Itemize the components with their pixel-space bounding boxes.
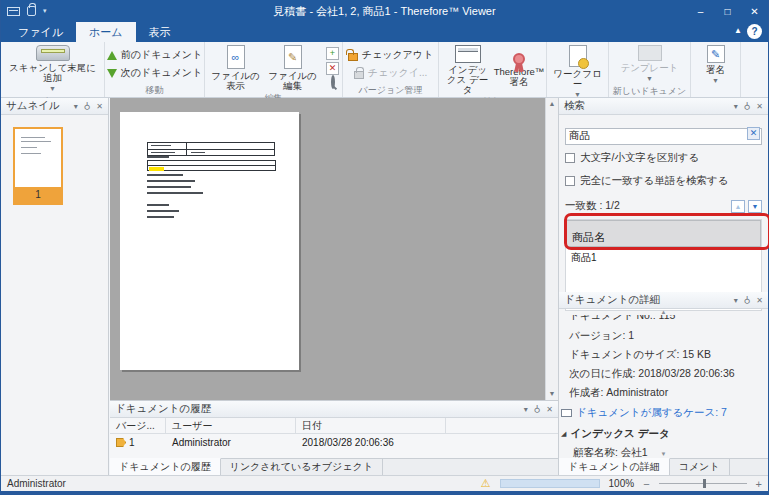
col-date[interactable]: 日付 <box>296 418 446 433</box>
help-icon[interactable]: ? <box>747 24 762 39</box>
thumbnail-preview <box>15 129 61 187</box>
scroll-up-icon[interactable]: ▲ <box>546 98 558 110</box>
details-panel-header: ドキュメントの詳細 ▾ ⚲ ✕ <box>559 292 768 309</box>
doc-table-2 <box>147 160 276 171</box>
chevron-down-icon[interactable]: ▾ <box>734 102 738 111</box>
index-data-header[interactable]: ◢ インデックス データ <box>559 427 768 441</box>
zoom-in-button[interactable]: + <box>756 478 762 490</box>
checkout-button[interactable]: チェックアウト <box>348 48 434 62</box>
history-row[interactable]: 1 Administrator 2018/03/28 20:06:36 <box>110 434 558 451</box>
close-icon[interactable]: ✕ <box>756 296 763 305</box>
tab-view[interactable]: 表示 <box>136 22 184 42</box>
ribbon-collapse-icon[interactable]: ▲ <box>734 26 742 35</box>
card-icon[interactable] <box>7 7 20 16</box>
thumbnail-page-1[interactable]: 1 <box>13 127 63 205</box>
chevron-down-icon[interactable]: ▾ <box>524 405 528 414</box>
details-content: ▲ ドキュメント No.: 115 バージョン: 1 ドキュメントのサイズ: 1… <box>559 309 768 458</box>
warning-icon[interactable]: ⚠ <box>481 477 491 490</box>
group-label-newdoc: 新しいドキュメント <box>609 85 690 98</box>
qat-dropdown-icon[interactable]: ▾ <box>43 7 47 15</box>
tab-file[interactable]: ファイル <box>5 22 76 42</box>
pin-icon[interactable]: ⚲ <box>744 295 751 305</box>
checkbox-icon[interactable] <box>565 153 575 163</box>
pin-icon[interactable]: ⚲ <box>744 101 751 111</box>
expander-icon[interactable]: ◢ <box>561 430 566 438</box>
match-count-label: 一致数 : 1/2 <box>565 199 620 213</box>
history-panel-header: ドキュメントの履歴 ▾ ⚲ ✕ <box>110 401 558 418</box>
index-data-button[interactable]: インデックス データ <box>442 44 493 96</box>
close-icon[interactable]: ✕ <box>96 102 103 111</box>
prev-document-button[interactable]: 前のドキュメント <box>107 48 203 62</box>
detail-version: バージョン: 1 <box>559 329 768 343</box>
next-match-button[interactable]: ▼ <box>748 200 762 213</box>
detail-author: 作成者: Administrator <box>559 386 768 400</box>
add-page-icon[interactable]: + <box>326 47 339 60</box>
search-highlight <box>149 167 164 171</box>
view-file-button[interactable]: ∞ ファイルの表示 <box>208 44 263 92</box>
pin-icon[interactable]: ⚲ <box>534 404 541 414</box>
search-panel-header: 検索 ▾ ⚲ ✕ <box>559 98 768 115</box>
tab-document-history[interactable]: ドキュメントの履歴 <box>110 458 221 475</box>
status-bar: Administrator ⚠ 100% − + <box>1 475 768 491</box>
detail-size: ドキュメントのサイズ: 15 KB <box>559 348 768 362</box>
tab-home[interactable]: ホーム <box>76 22 136 42</box>
checkbox-icon[interactable] <box>565 176 575 186</box>
prev-match-button[interactable]: ▲ <box>731 200 745 213</box>
close-icon[interactable]: ✕ <box>756 102 763 111</box>
down-triangle-icon <box>107 69 117 78</box>
right-panel: 検索 ▾ ⚲ ✕ ✕ 大文字/小文字を区別する 完全に一致する単語を検索する 一… <box>558 98 768 475</box>
scroll-down-icon[interactable]: ▼ <box>559 451 768 457</box>
clear-search-icon[interactable]: ✕ <box>747 127 760 140</box>
ribbon-group-scan: スキャンして末尾に追加 ▼ スキャン <box>1 42 105 97</box>
ribbon-group-version: チェックアウト チェックイ... バージョン管理 <box>343 42 439 97</box>
therefore-signature-button[interactable]: Therefore™ 署名 <box>495 52 543 88</box>
details-bottom-tabs: ドキュメントの詳細 コメント <box>559 458 768 475</box>
lock-icon[interactable] <box>27 6 36 16</box>
ribbon-tab-row: ファイル ホーム 表示 <box>1 22 768 42</box>
tab-linked-objects[interactable]: リンクされているオブジェクト <box>221 459 383 475</box>
option-case-sensitive[interactable]: 大文字/小文字を区別する <box>565 151 762 165</box>
tab-comments[interactable]: コメント <box>670 459 730 475</box>
ribbon-group-info: インデックス データ Therefore™ 署名 情報 <box>439 42 547 97</box>
zoom-slider[interactable] <box>659 478 747 489</box>
result-item-selected[interactable]: 商品名 <box>566 220 761 247</box>
workflow-button[interactable]: ワークフロー ▼ <box>550 44 605 101</box>
chevron-down-icon: ▼ <box>646 74 653 84</box>
option-whole-word[interactable]: 完全に一致する単語を検索する <box>565 174 762 188</box>
scroll-down-icon[interactable]: ▼ <box>546 388 558 400</box>
doc-table-1 <box>147 142 275 156</box>
minimize-button[interactable]: – <box>687 0 714 22</box>
app-window: ▾ 見積書 - 会社1, 2, 商品1 - Therefore™ Viewer … <box>0 0 769 495</box>
index-data-icon <box>455 45 481 63</box>
col-version[interactable]: バージ... <box>110 418 166 433</box>
document-scrollbar[interactable]: ▲ ▼ <box>545 98 558 400</box>
close-icon[interactable]: ✕ <box>546 405 553 414</box>
zoom-out-button[interactable]: − <box>643 478 649 490</box>
delete-page-icon[interactable]: ✕ <box>326 62 339 75</box>
scan-append-button[interactable]: スキャンして末尾に追加 ▼ <box>4 44 101 95</box>
version-tag-icon <box>116 438 126 447</box>
case-link[interactable]: ドキュメントが属するケース: 7 <box>559 406 768 420</box>
title-bar: ▾ 見積書 - 会社1, 2, 商品1 - Therefore™ Viewer … <box>1 0 768 22</box>
maximize-button[interactable]: □ <box>714 0 741 22</box>
edit-file-icon: ✎ <box>284 45 302 69</box>
zoom-icon[interactable] <box>326 77 339 90</box>
search-input[interactable] <box>565 128 762 145</box>
tab-document-details[interactable]: ドキュメントの詳細 <box>559 458 670 475</box>
next-document-button[interactable]: 次のドキュメント <box>107 66 203 80</box>
col-user[interactable]: ユーザー <box>166 418 296 433</box>
chevron-down-icon[interactable]: ▾ <box>74 102 78 111</box>
close-button[interactable]: ✕ <box>741 0 768 22</box>
result-item[interactable]: 商品1 <box>566 247 761 265</box>
case-icon <box>561 409 572 417</box>
sign-button[interactable]: ✎ 署名 ▼ <box>704 44 727 87</box>
chevron-down-icon[interactable]: ▾ <box>734 296 738 305</box>
zoom-slider-handle[interactable] <box>703 479 706 488</box>
edit-file-button[interactable]: ✎ ファイルの編集 <box>265 44 320 92</box>
thumbnail-page-number: 1 <box>15 187 61 203</box>
chevron-down-icon: ▼ <box>712 76 719 86</box>
status-user: Administrator <box>7 478 66 489</box>
zoom-value: 100% <box>609 478 635 489</box>
pin-icon[interactable]: ⚲ <box>84 101 91 111</box>
document-viewer[interactable] <box>110 98 545 400</box>
